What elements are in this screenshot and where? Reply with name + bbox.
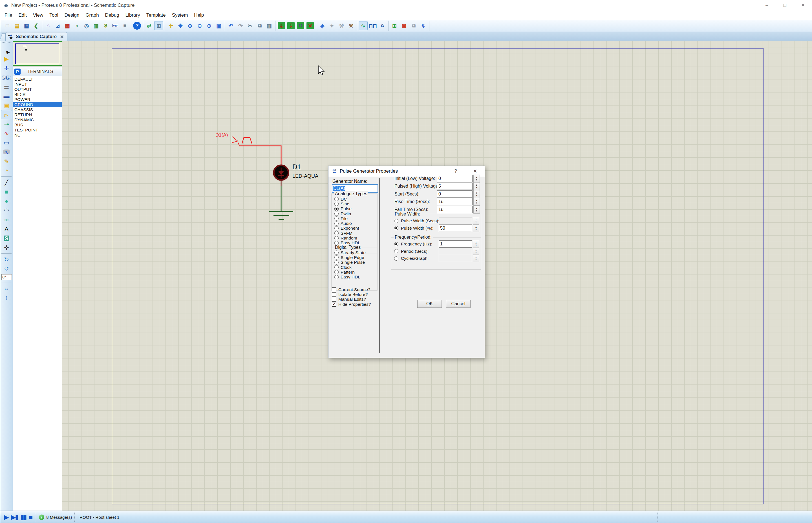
property-assignment-icon[interactable]: A	[378, 21, 387, 30]
radio-digital-steady-state[interactable]: Steady State	[334, 250, 376, 255]
2d-arc-mode-icon[interactable]: ◠	[1, 206, 12, 215]
checkbox-icon[interactable]: ✓	[332, 302, 336, 307]
radio-icon[interactable]	[334, 236, 339, 240]
find-components-icon[interactable]: ◎	[82, 21, 91, 30]
zoom-to-child-icon[interactable]: ↯	[419, 21, 428, 30]
field-input[interactable]: 0	[437, 191, 473, 198]
move-block-icon[interactable]: ↧	[287, 22, 295, 29]
terminal-item-bidir[interactable]: BIDIR	[13, 92, 62, 97]
pick-terminals-button[interactable]: P	[14, 69, 21, 75]
radio-icon[interactable]	[334, 231, 339, 235]
cancel-button[interactable]: Cancel	[446, 300, 471, 308]
spinner-icon[interactable]: ▲▼	[473, 175, 480, 182]
field-input[interactable]: 1	[439, 240, 472, 248]
radio-icon[interactable]	[334, 241, 339, 245]
radio-icon[interactable]	[334, 260, 339, 265]
2d-box-mode-icon[interactable]: ■	[1, 187, 12, 196]
radio-icon[interactable]	[334, 275, 339, 279]
cut-icon[interactable]: ✂	[246, 21, 254, 30]
menu-system[interactable]: System	[169, 11, 191, 20]
delete-block-icon[interactable]: ✕	[306, 22, 314, 29]
paste-icon[interactable]: ▥	[265, 21, 274, 30]
tab-close-icon[interactable]: ✕	[60, 34, 64, 39]
close-button[interactable]: ✕	[794, 0, 812, 11]
spinner-icon[interactable]: ▲▼	[473, 224, 479, 232]
radio-icon[interactable]	[334, 212, 339, 216]
x-mirror-icon[interactable]: ↔	[1, 284, 12, 293]
menu-debug[interactable]: Debug	[102, 11, 122, 20]
undo-icon[interactable]: ↶	[226, 21, 235, 30]
generator-reference-label[interactable]: D1(A)	[215, 132, 228, 138]
radio-analogue-file[interactable]: File	[334, 216, 376, 221]
menu-file[interactable]: File	[1, 11, 15, 20]
radio-analogue-audio[interactable]: Audio	[334, 221, 376, 226]
pause-button[interactable]: ▮▮	[21, 511, 26, 523]
zoom-area-icon[interactable]: ⊙	[205, 21, 214, 30]
component-value-label[interactable]: LED-AQUA	[292, 173, 318, 179]
checkbox-icon[interactable]	[332, 297, 336, 302]
menu-edit[interactable]: Edit	[15, 11, 30, 20]
radio-icon[interactable]	[334, 197, 339, 201]
radio-icon[interactable]	[334, 255, 339, 259]
radio-digital-easy-hdl[interactable]: Easy HDL	[334, 274, 376, 279]
spinner-icon[interactable]: ▲▼	[473, 254, 479, 262]
spinner-icon[interactable]: ▲▼	[473, 206, 480, 214]
goto-sheet-icon[interactable]: ⧉	[409, 21, 418, 30]
terminal-item-default[interactable]: DEFAULT	[13, 77, 62, 82]
menu-graph[interactable]: Graph	[82, 11, 102, 20]
radio-icon[interactable]	[334, 221, 339, 226]
remove-sheet-icon[interactable]: ⊠	[399, 21, 409, 30]
home-page-icon[interactable]: ⌂	[44, 21, 53, 30]
spinner-icon[interactable]: ▲▼	[473, 198, 480, 206]
sheet-overview-preview[interactable]	[13, 41, 62, 67]
terminals-mode-icon[interactable]: ▻	[1, 110, 12, 119]
bill-of-materials-icon[interactable]: $	[101, 21, 110, 30]
radio-icon[interactable]	[334, 226, 339, 231]
3d-view-icon[interactable]: ◖	[73, 21, 81, 30]
project-notes-icon[interactable]: ≡	[120, 21, 129, 30]
checkbox-hide-properties-[interactable]: ✓Hide Properties?	[332, 302, 371, 307]
field-input[interactable]: 50	[439, 224, 472, 232]
radio-icon[interactable]	[394, 219, 398, 223]
radio-icon[interactable]	[334, 207, 339, 211]
pcb-layout-icon[interactable]: ▩	[63, 21, 72, 30]
search-tag-icon[interactable]: ⊓⊓	[368, 21, 377, 30]
spinner-icon[interactable]: ▲▼	[473, 182, 480, 190]
wire-label-mode-icon[interactable]: LBL	[1, 73, 12, 82]
ok-button[interactable]: OK	[417, 300, 442, 308]
radio-analogue-pwlin[interactable]: Pwlin	[334, 211, 376, 216]
zoom-sheet-icon[interactable]: ▣	[214, 21, 223, 30]
checkbox-current-source-[interactable]: Current Source?	[332, 287, 371, 292]
radio-icon[interactable]	[394, 226, 398, 230]
junction-dot-mode-icon[interactable]: ✛	[1, 64, 12, 73]
stop-button[interactable]: ■	[29, 511, 32, 523]
tape-recorder-mode-icon[interactable]: ▭	[1, 138, 12, 147]
origin-icon[interactable]: ✛	[166, 21, 175, 30]
2d-text-mode-icon[interactable]: A	[1, 224, 12, 234]
terminal-item-input[interactable]: INPUT	[13, 82, 62, 87]
save-project-icon[interactable]: ▦	[22, 21, 31, 30]
y-mirror-icon[interactable]: ↕	[1, 293, 12, 302]
decompose-icon[interactable]: ⚒	[346, 21, 356, 30]
toggle-grid-icon[interactable]: ⊞	[154, 21, 163, 30]
checkbox-isolate-before-[interactable]: Isolate Before?	[332, 292, 371, 297]
make-device-icon[interactable]: ✦	[327, 21, 336, 30]
step-button[interactable]: ▶▮	[11, 511, 18, 523]
menu-help[interactable]: Help	[191, 11, 207, 20]
radio-analogue-random[interactable]: Random	[334, 236, 376, 240]
radio-analogue-dc[interactable]: DC	[334, 197, 376, 201]
2d-marker-mode-icon[interactable]: ✛	[1, 243, 12, 252]
zoom-in-icon[interactable]: ⊕	[186, 21, 194, 30]
new-sheet-icon[interactable]: ⊞	[390, 21, 399, 30]
radio-icon[interactable]	[334, 216, 339, 221]
packaging-tool-icon[interactable]: ⚒	[337, 21, 346, 30]
zoom-out-icon[interactable]: ⊖	[195, 21, 204, 30]
spinner-icon[interactable]: ▲▼	[473, 247, 479, 255]
text-script-mode-icon[interactable]: ☰	[1, 82, 12, 91]
terminal-item-testpoint[interactable]: TESTPOINT	[13, 127, 62, 132]
radio-icon[interactable]	[334, 270, 339, 274]
generator-mode-icon[interactable]: ∿	[1, 147, 12, 157]
terminal-item-chassis[interactable]: CHASSIS	[13, 107, 62, 112]
field-input[interactable]: 0	[437, 175, 473, 182]
spinner-icon[interactable]: ▲▼	[473, 217, 479, 225]
